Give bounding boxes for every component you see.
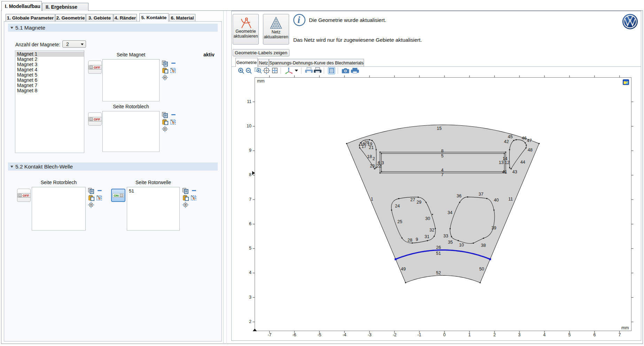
svg-text:52: 52	[436, 270, 441, 275]
svg-text:22: 22	[377, 164, 381, 168]
svg-text:1: 1	[371, 197, 373, 202]
svg-text:15: 15	[437, 126, 442, 131]
svg-text:49: 49	[401, 267, 406, 272]
svg-text:46: 46	[522, 136, 527, 141]
svg-text:40: 40	[494, 198, 499, 203]
svg-text:45: 45	[508, 134, 513, 139]
svg-text:9: 9	[416, 237, 418, 242]
svg-text:4: 4	[441, 168, 444, 173]
svg-text:29: 29	[417, 200, 421, 205]
svg-text:27: 27	[410, 197, 415, 202]
svg-text:36: 36	[457, 194, 461, 198]
svg-text:32: 32	[429, 228, 434, 233]
svg-text:23: 23	[370, 164, 375, 168]
svg-text:13: 13	[499, 160, 504, 165]
svg-text:12: 12	[505, 160, 510, 165]
svg-text:31: 31	[425, 234, 429, 239]
svg-text:7: 7	[441, 172, 444, 177]
svg-text:28: 28	[408, 238, 412, 243]
svg-text:25: 25	[397, 219, 402, 224]
svg-text:34: 34	[448, 210, 452, 215]
svg-text:26: 26	[436, 245, 441, 250]
svg-text:39: 39	[491, 226, 496, 230]
svg-text:51: 51	[436, 251, 441, 256]
svg-text:44: 44	[520, 160, 525, 165]
svg-text:35: 35	[448, 240, 453, 245]
svg-text:21: 21	[369, 145, 374, 150]
svg-text:41: 41	[502, 170, 507, 174]
svg-text:50: 50	[479, 267, 484, 272]
svg-text:33: 33	[443, 234, 448, 238]
svg-text:10: 10	[459, 243, 464, 247]
svg-text:24: 24	[395, 204, 400, 209]
svg-text:18: 18	[367, 154, 372, 159]
svg-text:48: 48	[528, 148, 533, 152]
svg-text:42: 42	[504, 139, 509, 144]
svg-text:11: 11	[509, 197, 513, 202]
svg-text:3: 3	[382, 160, 384, 165]
svg-text:5: 5	[441, 154, 444, 158]
svg-text:8: 8	[441, 149, 444, 154]
svg-text:30: 30	[425, 216, 430, 221]
svg-text:38: 38	[481, 243, 486, 248]
svg-text:43: 43	[512, 170, 517, 174]
svg-text:37: 37	[479, 192, 483, 197]
svg-text:47: 47	[527, 138, 532, 143]
svg-text:17: 17	[362, 144, 366, 149]
svg-text:2: 2	[373, 156, 375, 161]
